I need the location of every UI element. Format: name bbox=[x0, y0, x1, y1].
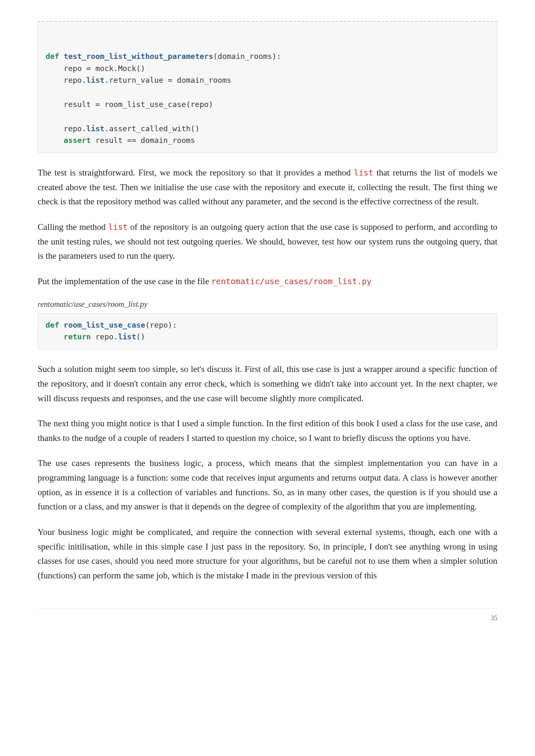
code-block-1: def test_room_list_without_parameters(do… bbox=[38, 21, 497, 153]
paragraph-7: Your business logic might be complicated… bbox=[38, 525, 497, 583]
code-text: repo. bbox=[91, 332, 118, 341]
method-name: list bbox=[118, 332, 136, 341]
code-text: (repo): bbox=[145, 321, 177, 329]
paragraph-2: Calling the method list of the repositor… bbox=[38, 220, 497, 263]
function-name: test_room_list_without_parameters bbox=[64, 52, 213, 61]
code-text: repo. bbox=[46, 76, 87, 84]
code-line: result = room_list_use_case(repo) bbox=[46, 100, 213, 109]
paragraph-5: The next thing you might notice is that … bbox=[38, 416, 497, 445]
paragraph-3: Put the implementation of the use case i… bbox=[38, 274, 497, 289]
code-line: repo = mock.Mock() bbox=[46, 64, 145, 73]
inline-code: rentomatic/use_cases/room_list.py bbox=[211, 277, 372, 286]
keyword-return: return bbox=[64, 332, 91, 341]
method-name: list bbox=[87, 76, 104, 84]
text: Put the implementation of the use case i… bbox=[38, 276, 211, 286]
code-text: (domain_rooms): bbox=[213, 52, 281, 61]
code-text: .return_value = domain_rooms bbox=[104, 76, 231, 84]
indent bbox=[46, 332, 64, 341]
text: Calling the method bbox=[38, 222, 108, 232]
keyword-def: def bbox=[46, 52, 59, 61]
paragraph-1: The test is straightforward. First, we m… bbox=[38, 165, 497, 209]
page-number: 35 bbox=[38, 608, 497, 622]
function-name: room_list_use_case bbox=[64, 321, 145, 329]
code-block-2: def room_list_use_case(repo): return rep… bbox=[38, 313, 497, 350]
indent bbox=[46, 136, 64, 145]
paragraph-6: The use cases represents the business lo… bbox=[38, 456, 497, 514]
keyword-assert: assert bbox=[64, 136, 91, 145]
paragraph-4: Such a solution might seem too simple, s… bbox=[38, 362, 497, 405]
code-text: result == domain_rooms bbox=[91, 136, 195, 145]
code-text: repo. bbox=[46, 124, 87, 133]
method-name: list bbox=[87, 124, 104, 133]
inline-code: list bbox=[354, 168, 374, 178]
filename-label: rentomatic/use_cases/room_list.py bbox=[38, 300, 497, 309]
text: The test is straightforward. First, we m… bbox=[38, 168, 354, 178]
keyword-def: def bbox=[46, 321, 59, 329]
code-text: .assert_called_with() bbox=[104, 124, 200, 133]
code-text: () bbox=[136, 332, 145, 341]
inline-code: list bbox=[108, 222, 128, 232]
